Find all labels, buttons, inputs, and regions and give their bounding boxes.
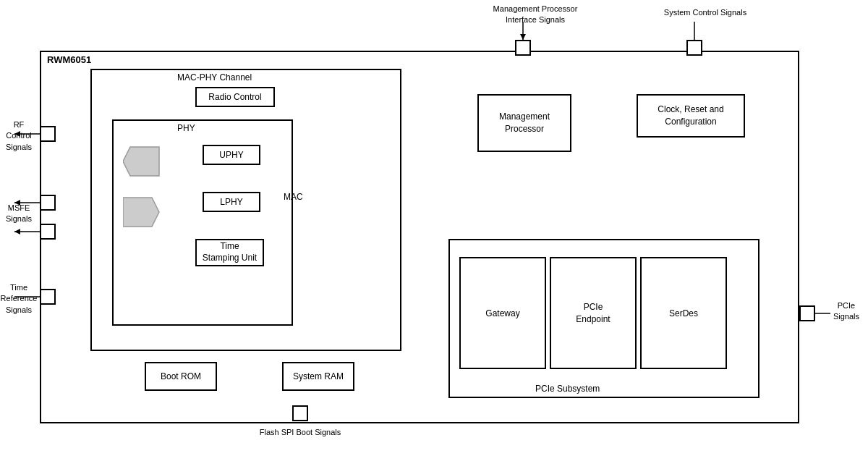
lphy-box: LPHY bbox=[203, 192, 260, 212]
chip-label: RWM6051 bbox=[47, 54, 91, 65]
system-ram-box: System RAM bbox=[282, 362, 354, 391]
time-ref-signal-box bbox=[40, 289, 56, 305]
radio-control-box: Radio Control bbox=[195, 87, 275, 107]
phy-left-arrow-upper bbox=[123, 143, 166, 180]
mgmt-iface-signals-label: Management ProcessorInterface Signals bbox=[485, 4, 586, 26]
mgmt-iface-signal-box bbox=[515, 40, 531, 56]
mgmt-proc-label: ManagementProcessor bbox=[499, 111, 550, 135]
diagram-container: RWM6051 MAC-PHY Channel Radio Control PH… bbox=[0, 0, 868, 456]
rf-control-signal-box bbox=[40, 126, 56, 142]
system-ram-label: System RAM bbox=[293, 371, 344, 381]
mgmt-proc-box: ManagementProcessor bbox=[477, 94, 571, 152]
lphy-label: LPHY bbox=[220, 197, 242, 207]
flash-spi-signal-box bbox=[292, 405, 308, 421]
clock-reset-box: Clock, Reset andConfiguration bbox=[637, 94, 745, 138]
sys-ctrl-signal-box bbox=[686, 40, 702, 56]
msfe-signals-label: MSFE Signals bbox=[0, 203, 38, 225]
msfe-signal-box-lower bbox=[40, 224, 56, 240]
radio-control-label: Radio Control bbox=[208, 92, 261, 102]
tsu-label: TimeStamping Unit bbox=[203, 241, 257, 263]
svg-marker-5 bbox=[14, 229, 20, 235]
svg-marker-40 bbox=[123, 147, 159, 176]
gateway-label: Gateway bbox=[485, 308, 519, 318]
pcie-endpoint-box: PCIeEndpoint bbox=[550, 257, 637, 369]
pcie-subsystem-label: PCIe Subsystem bbox=[535, 384, 600, 394]
uphy-box: UPHY bbox=[203, 145, 260, 165]
boot-rom-box: Boot ROM bbox=[145, 362, 217, 391]
sys-ctrl-signals-label: System Control Signals bbox=[658, 7, 752, 18]
pcie-endpoint-label: PCIeEndpoint bbox=[576, 301, 610, 326]
boot-rom-label: Boot ROM bbox=[161, 371, 201, 381]
svg-marker-41 bbox=[123, 198, 159, 227]
uphy-label: UPHY bbox=[219, 150, 243, 160]
time-ref-signals-label: TimeReferenceSignals bbox=[0, 282, 38, 316]
phy-right-arrow-lower bbox=[123, 194, 166, 230]
rf-control-signals-label: RF Control Signals bbox=[0, 119, 38, 153]
gateway-box: Gateway bbox=[459, 257, 546, 369]
mac-phy-label: MAC-PHY Channel bbox=[177, 72, 252, 83]
flash-spi-signals-label: Flash SPI Boot Signals bbox=[239, 427, 362, 438]
pcie-right-signal-box bbox=[799, 305, 815, 321]
clock-reset-label: Clock, Reset andConfiguration bbox=[658, 104, 723, 128]
phy-label: PHY bbox=[177, 123, 195, 133]
msfe-signal-box-upper bbox=[40, 195, 56, 211]
serdes-box: SerDes bbox=[640, 257, 727, 369]
svg-marker-17 bbox=[520, 34, 526, 40]
pcie-signals-label: PCIe Signals bbox=[825, 300, 868, 323]
serdes-label: SerDes bbox=[669, 308, 698, 318]
tsu-box: TimeStamping Unit bbox=[195, 239, 264, 266]
mac-label: MAC bbox=[284, 192, 303, 202]
